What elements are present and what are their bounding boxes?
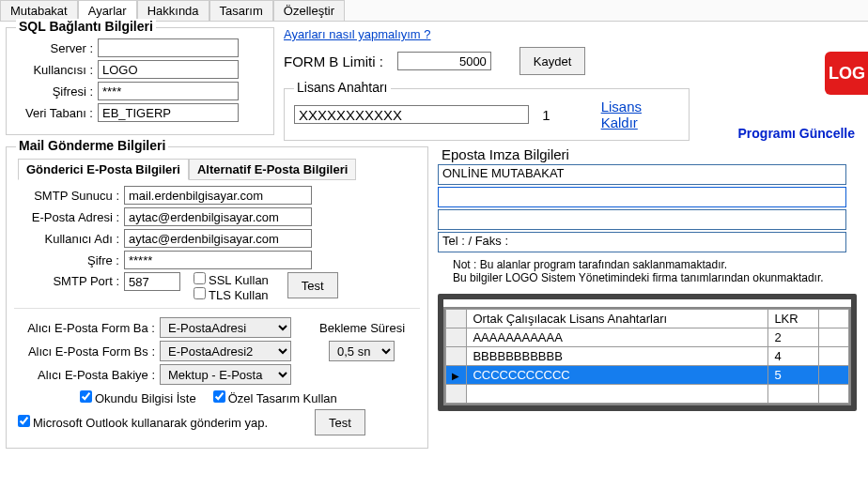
sql-db-input[interactable]	[98, 103, 239, 122]
formb-input[interactable]	[397, 52, 491, 70]
remove-license-link[interactable]: Lisans Kaldır	[601, 99, 679, 130]
mail-fieldset: Mail Gönderme Bilgileri Gönderici E-Post…	[6, 146, 428, 449]
help-link[interactable]: Ayarları nasıl yapmalıyım ?	[284, 27, 431, 41]
license-grid[interactable]: Ortak Çalışılacak Lisans Anahtarları LKR…	[443, 307, 851, 405]
formb-select[interactable]: E-PostaAdresi2	[160, 341, 291, 361]
custom-design-label: Özel Tasarım Kullan	[228, 391, 337, 405]
save-button[interactable]: Kaydet	[519, 47, 585, 75]
outlook-label: Microsoft Outlook kullanarak gönderim ya…	[33, 416, 268, 430]
update-program-link[interactable]: Programı Güncelle	[738, 126, 855, 141]
outlook-check[interactable]: Microsoft Outlook kullanarak gönderim ya…	[18, 415, 268, 430]
forma-select[interactable]: E-PostaAdresi	[160, 317, 291, 338]
tab-mutabakat[interactable]: Mutabakat	[0, 0, 78, 21]
tls-label: TLS Kullan	[209, 288, 269, 302]
bakiye-label: Alıcı E-Posta Bakiye :	[14, 368, 155, 382]
mail-title: Mail Gönderme Bilgileri	[16, 138, 168, 153]
password-input[interactable]	[124, 251, 312, 269]
formb-alias-label: Alıcı E-Posta Form Bs :	[14, 344, 155, 359]
read-receipt-check[interactable]: Okundu Bilgisi İste	[80, 390, 196, 405]
outlook-test-button[interactable]: Test	[315, 409, 365, 435]
sql-server-input[interactable]	[98, 38, 239, 57]
table-row[interactable]: AAAAAAAAAAA2	[446, 328, 849, 347]
imza-line1[interactable]: ONLİNE MUTABAKAT	[438, 164, 846, 185]
tab-tasarım[interactable]: Tasarım	[209, 0, 273, 21]
table-row[interactable]: CCCCCCCCCCC5	[446, 366, 849, 385]
smtp-label: SMTP Sunucu :	[16, 189, 119, 203]
table-row[interactable]	[446, 385, 849, 404]
sql-db-label: Veri Tabanı :	[16, 106, 93, 120]
license-key-input[interactable]	[294, 105, 529, 124]
license-count: 1	[542, 107, 550, 123]
ssl-check[interactable]: SSL Kullan	[194, 273, 269, 287]
mail-test-button[interactable]: Test	[287, 272, 338, 298]
sql-connection-fieldset: SQL Bağlantı Bilgileri Server : Kullancı…	[6, 27, 274, 135]
sql-pass-input[interactable]	[98, 82, 239, 100]
tls-check[interactable]: TLS Kullan	[194, 288, 269, 302]
mail-subtab-1[interactable]: Alternatif E-Posta Bilgileri	[189, 159, 356, 180]
formb-label: FORM B Limiti :	[284, 53, 383, 69]
imza-title: Eposta Imza Bilgileri	[442, 146, 569, 162]
imza-line3[interactable]	[438, 209, 846, 230]
forma-label: Alıcı E-Posta Form Ba :	[14, 321, 155, 335]
sql-title: SQL Bağlantı Bilgileri	[16, 19, 156, 34]
mail-subtabs: Gönderici E-Posta BilgileriAlternatif E-…	[18, 159, 416, 180]
sql-user-input[interactable]	[98, 60, 239, 79]
smtp-input[interactable]	[124, 186, 312, 205]
tab-ayarlar[interactable]: Ayarlar	[78, 0, 137, 21]
email-addr-input[interactable]	[124, 207, 312, 226]
grid-header-key: Ortak Çalışılacak Lisans Anahtarları	[467, 310, 768, 328]
imza-line4[interactable]: Tel : / Faks :	[438, 232, 846, 252]
ssl-label: SSL Kullan	[209, 273, 269, 287]
mail-subtab-0[interactable]: Gönderici E-Posta Bilgileri	[18, 159, 189, 180]
imza-note1: Not : Bu alanlar program tarafından sakl…	[453, 258, 864, 271]
sql-server-label: Server :	[16, 41, 93, 55]
sql-pass-label: Şifresi :	[16, 84, 93, 99]
grid-header-lkr: LKR	[768, 310, 818, 328]
wait-select[interactable]: 0,5 sn	[329, 341, 395, 361]
tab-hakkında[interactable]: Hakkında	[137, 0, 209, 21]
brand-logo: LOG	[825, 52, 868, 95]
tab-özelleştir[interactable]: Özelleştir	[273, 0, 345, 21]
username-input[interactable]	[124, 229, 312, 248]
password-label: Şifre :	[16, 253, 119, 267]
imza-line2[interactable]	[438, 187, 846, 207]
imza-note2: Bu bilgiler LOGO Sistem Yönetimindeki fi…	[453, 271, 864, 284]
wait-label: Bekleme Süresi	[319, 321, 405, 335]
license-title: Lisans Anahtarı	[294, 80, 391, 95]
sql-user-label: Kullancısı :	[16, 63, 93, 77]
port-label: SMTP Port :	[16, 272, 119, 288]
custom-design-check[interactable]: Özel Tasarım Kullan	[213, 390, 337, 405]
bakiye-select[interactable]: Mektup - E-Posta	[160, 364, 291, 385]
license-grid-wrap: Ortak Çalışılacak Lisans Anahtarları LKR…	[438, 294, 857, 411]
email-addr-label: E-Posta Adresi :	[16, 210, 119, 224]
username-label: Kullanıcı Adı :	[16, 232, 119, 246]
table-row[interactable]: BBBBBBBBBBB4	[446, 347, 849, 366]
license-fieldset: Lisans Anahtarı 1 Lisans Kaldır	[284, 88, 690, 141]
port-input[interactable]	[124, 272, 180, 291]
read-receipt-label: Okundu Bilgisi İste	[95, 391, 196, 405]
